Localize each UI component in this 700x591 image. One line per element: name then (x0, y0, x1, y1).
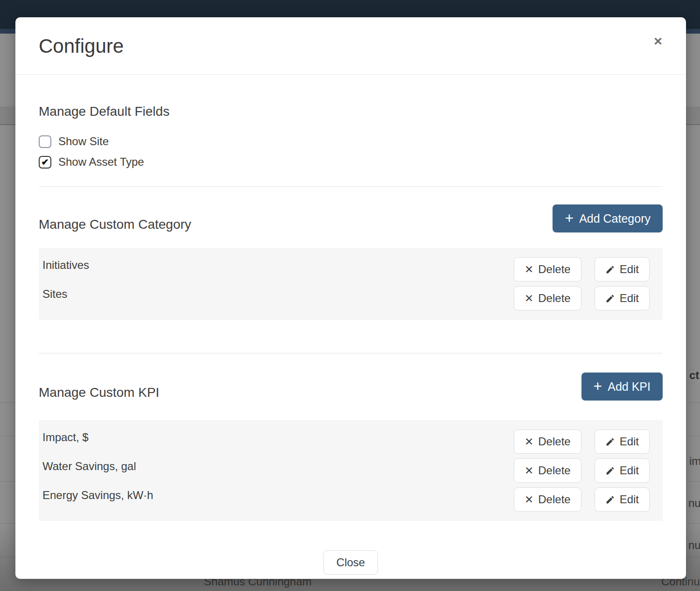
modal-body: Manage Default Fields Show Site Show Ass… (15, 104, 686, 575)
delete-button[interactable]: ✕ Delete (514, 257, 581, 281)
delete-button-label: Delete (538, 493, 570, 506)
background-text-fragment: ct (689, 369, 699, 382)
delete-button[interactable]: ✕ Delete (514, 429, 581, 454)
add-category-button[interactable]: + Add Category (553, 204, 663, 232)
delete-button-label: Delete (538, 292, 570, 305)
delete-button[interactable]: ✕ Delete (514, 458, 581, 483)
show-site-label: Show Site (58, 135, 109, 148)
delete-x-icon: ✕ (525, 465, 533, 476)
row-actions: ✕ Delete Edit (514, 487, 650, 512)
delete-button-label: Delete (538, 435, 570, 448)
edit-button[interactable]: Edit (595, 487, 650, 512)
section-custom-kpi-header: Manage Custom KPI + Add KPI (39, 373, 663, 401)
delete-button[interactable]: ✕ Delete (514, 487, 581, 512)
custom-category-heading: Manage Custom Category (39, 217, 191, 232)
edit-button-label: Edit (620, 464, 639, 477)
edit-button-label: Edit (620, 435, 639, 448)
custom-category-list: Initiatives ✕ Delete Edit Sites ✕ (39, 248, 663, 320)
kpi-row-label: Impact, $ (42, 430, 89, 444)
pencil-icon (605, 265, 615, 274)
add-kpi-button[interactable]: + Add KPI (581, 373, 663, 401)
add-category-label: Add Category (579, 212, 651, 225)
kpi-row-label: Energy Savings, kW·h (42, 488, 153, 502)
default-fields-checkbox-group: Show Site Show Asset Type (39, 131, 663, 172)
section-divider (39, 353, 663, 353)
row-actions: ✕ Delete Edit (514, 429, 650, 454)
show-site-checkbox-row[interactable]: Show Site (39, 131, 663, 152)
pencil-icon (605, 495, 615, 505)
background-text-fragment: im (689, 455, 700, 468)
close-button[interactable]: Close (323, 550, 378, 575)
default-fields-heading: Manage Default Fields (39, 104, 663, 120)
close-icon[interactable]: ✕ (653, 36, 663, 47)
add-kpi-label: Add KPI (608, 380, 651, 394)
row-actions: ✕ Delete Edit (514, 257, 650, 281)
delete-button-label: Delete (538, 464, 570, 477)
edit-button-label: Edit (620, 493, 639, 506)
kpi-row: Impact, $ ✕ Delete Edit (42, 429, 650, 454)
edit-button[interactable]: Edit (595, 429, 650, 454)
category-row-label: Sites (42, 287, 67, 301)
delete-button-label: Delete (538, 263, 570, 276)
delete-x-icon: ✕ (525, 494, 533, 505)
configure-modal: Configure ✕ Manage Default Fields Show S… (15, 17, 686, 579)
pencil-icon (605, 437, 615, 447)
category-row-label: Initiatives (42, 258, 89, 272)
modal-footer: Close (39, 550, 663, 575)
section-default-fields: Manage Default Fields Show Site Show Ass… (39, 104, 663, 172)
background-text-fragment: nu (688, 539, 700, 552)
show-asset-type-label: Show Asset Type (58, 155, 144, 169)
kpi-row-label: Water Savings, gal (42, 459, 136, 473)
kpi-row: Water Savings, gal ✕ Delete Edit (42, 458, 650, 483)
edit-button-label: Edit (620, 263, 639, 276)
custom-kpi-heading: Manage Custom KPI (39, 385, 159, 401)
category-row: Initiatives ✕ Delete Edit (42, 257, 650, 281)
modal-title: Configure (39, 34, 663, 58)
row-actions: ✕ Delete Edit (514, 286, 650, 310)
plus-icon: + (594, 379, 602, 394)
show-asset-type-checkbox[interactable] (39, 156, 51, 169)
delete-button[interactable]: ✕ Delete (514, 286, 581, 310)
show-site-checkbox[interactable] (39, 135, 51, 148)
show-asset-type-checkbox-row[interactable]: Show Asset Type (39, 152, 663, 172)
edit-button[interactable]: Edit (595, 458, 650, 483)
category-row: Sites ✕ Delete Edit (42, 286, 650, 310)
row-actions: ✕ Delete Edit (514, 458, 650, 483)
custom-kpi-list: Impact, $ ✕ Delete Edit Water Savings, g… (39, 420, 663, 521)
delete-x-icon: ✕ (525, 264, 533, 275)
plus-icon: + (565, 211, 574, 225)
delete-x-icon: ✕ (525, 293, 533, 304)
background-text-fragment: nu (688, 497, 700, 510)
section-divider (39, 186, 663, 187)
edit-button[interactable]: Edit (595, 257, 650, 281)
kpi-row: Energy Savings, kW·h ✕ Delete Edit (42, 487, 650, 512)
pencil-icon (605, 294, 615, 303)
edit-button[interactable]: Edit (595, 286, 650, 310)
edit-button-label: Edit (620, 292, 639, 305)
pencil-icon (605, 466, 615, 476)
section-custom-category-header: Manage Custom Category + Add Category (39, 204, 663, 232)
delete-x-icon: ✕ (525, 436, 533, 447)
modal-header: Configure ✕ (15, 17, 686, 75)
